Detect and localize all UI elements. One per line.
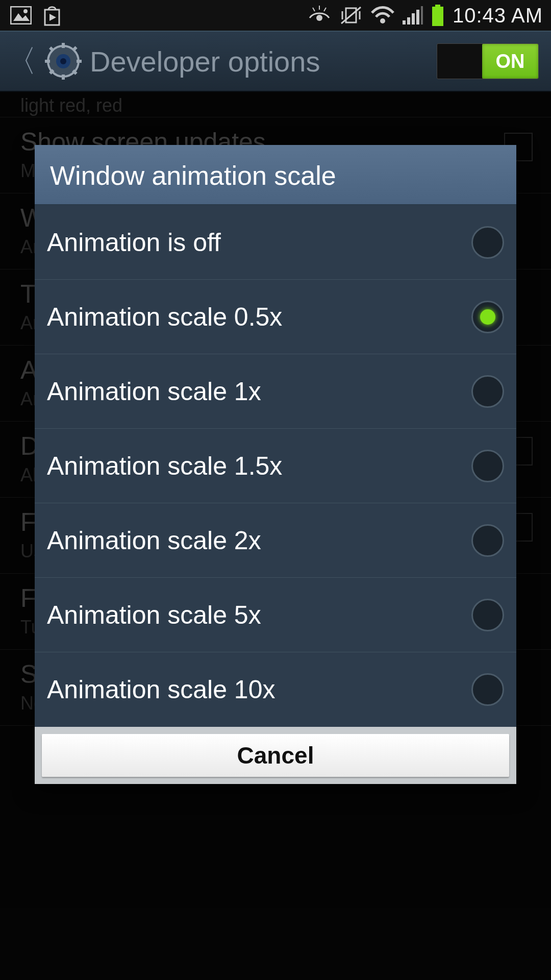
svg-marker-3 xyxy=(49,14,56,21)
svg-rect-0 xyxy=(11,7,31,24)
dialog-option-label: Animation scale 1x xyxy=(47,377,261,406)
svg-rect-15 xyxy=(412,13,415,24)
status-right: 10:43 AM xyxy=(308,4,543,27)
dialog-option-label: Animation scale 2x xyxy=(47,526,261,555)
dialog-option-label: Animation scale 5x xyxy=(47,600,261,630)
vibrate-icon xyxy=(339,5,363,26)
cancel-button[interactable]: Cancel xyxy=(42,734,509,777)
dialog-option[interactable]: Animation scale 1x xyxy=(35,354,516,429)
status-bar: 10:43 AM xyxy=(0,0,551,31)
signal-icon xyxy=(403,6,423,24)
svg-rect-19 xyxy=(432,7,443,26)
radio-icon[interactable] xyxy=(471,375,504,408)
dialog-option[interactable]: Animation is off xyxy=(35,205,516,280)
toggle-state-label: ON xyxy=(482,44,538,79)
page-title: Developer options xyxy=(90,45,320,78)
svg-point-12 xyxy=(380,18,385,23)
dialog-option-label: Animation is off xyxy=(47,228,221,257)
svg-point-4 xyxy=(316,15,322,21)
battery-icon xyxy=(431,5,444,26)
status-clock: 10:43 AM xyxy=(453,4,543,27)
svg-rect-23 xyxy=(45,60,50,63)
svg-rect-17 xyxy=(421,6,423,24)
gear-icon xyxy=(44,42,83,81)
radio-icon[interactable] xyxy=(471,450,504,482)
svg-line-6 xyxy=(313,8,315,11)
radio-icon[interactable] xyxy=(471,226,504,259)
wifi-icon xyxy=(371,6,394,25)
status-left xyxy=(10,5,62,26)
svg-rect-18 xyxy=(435,5,440,7)
gallery-icon xyxy=(10,6,32,24)
svg-rect-16 xyxy=(416,10,419,24)
dialog-option[interactable]: Animation scale 5x xyxy=(35,578,516,652)
svg-marker-1 xyxy=(13,13,30,21)
dialog-option-list: Animation is offAnimation scale 0.5xAnim… xyxy=(35,205,516,727)
svg-rect-22 xyxy=(62,75,65,80)
dialog-title: Window animation scale xyxy=(35,145,516,205)
app-header: 〈 Developer options ON xyxy=(0,31,551,92)
dialog-option[interactable]: Animation scale 2x xyxy=(35,503,516,578)
window-animation-scale-dialog: Window animation scale Animation is offA… xyxy=(35,145,516,784)
svg-point-2 xyxy=(23,9,28,13)
svg-point-30 xyxy=(60,58,66,64)
svg-rect-21 xyxy=(62,43,65,48)
dialog-option[interactable]: Animation scale 1.5x xyxy=(35,429,516,503)
dialog-footer: Cancel xyxy=(35,727,516,784)
svg-line-7 xyxy=(324,8,326,11)
svg-line-11 xyxy=(341,7,361,23)
radio-icon[interactable] xyxy=(471,301,504,333)
back-icon[interactable]: 〈 xyxy=(6,46,37,77)
radio-icon[interactable] xyxy=(471,673,504,706)
header-left[interactable]: 〈 Developer options xyxy=(6,42,320,81)
radio-icon[interactable] xyxy=(471,599,504,631)
eye-icon xyxy=(308,6,331,25)
dialog-option[interactable]: Animation scale 10x xyxy=(35,652,516,727)
radio-icon[interactable] xyxy=(471,524,504,557)
developer-options-toggle[interactable]: ON xyxy=(437,43,539,79)
play-store-icon xyxy=(42,5,62,26)
dialog-option[interactable]: Animation scale 0.5x xyxy=(35,280,516,354)
svg-rect-24 xyxy=(77,60,82,63)
dialog-option-label: Animation scale 0.5x xyxy=(47,302,282,332)
svg-rect-13 xyxy=(403,20,406,24)
dialog-option-label: Animation scale 10x xyxy=(47,675,275,704)
dialog-option-label: Animation scale 1.5x xyxy=(47,451,282,481)
svg-rect-14 xyxy=(407,17,410,24)
